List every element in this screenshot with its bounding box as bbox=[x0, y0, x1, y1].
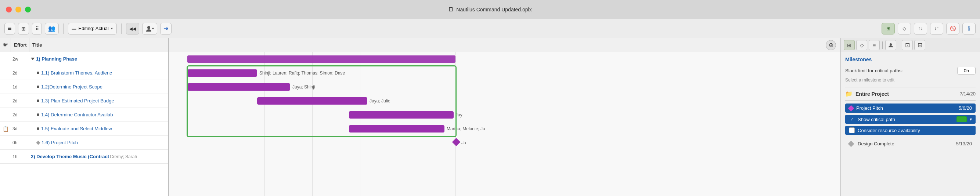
row-cursor-6: 📋 bbox=[0, 122, 11, 136]
gantt-bar-budget[interactable] bbox=[257, 97, 368, 104]
stop-btn[interactable]: 🚫 bbox=[946, 23, 959, 35]
toolbar-sep-2 bbox=[121, 24, 122, 34]
table-row[interactable]: 0h 1.6) Project Pitch bbox=[0, 136, 168, 150]
close-button[interactable] bbox=[6, 6, 12, 13]
table-row[interactable]: 2d 1.3) Plan Estimated Project Budge bbox=[0, 94, 168, 108]
minimize-button[interactable] bbox=[16, 6, 21, 13]
entire-project-row[interactable]: 📁 Entire Project 7/14/20 bbox=[845, 90, 975, 97]
gantt-bar-row-2: Shinji; Lauren; Rafiq; Thomas; Simon; Da… bbox=[169, 66, 840, 80]
right-panel-toolbar: ⊞ ◇ ≡ ⊡ ⊟ bbox=[841, 38, 980, 52]
svg-point-0 bbox=[147, 26, 150, 29]
show-critical-path-label: Show critical path bbox=[858, 117, 953, 122]
slack-limit-row: Slack limit for critical paths: 0h bbox=[845, 67, 975, 74]
maximize-button[interactable] bbox=[25, 6, 31, 13]
design-complete-row[interactable]: Design Complete 5/13/20 bbox=[845, 139, 975, 148]
milestone-diamond-project-pitch[interactable] bbox=[452, 138, 461, 147]
bar-label-brainstorm: Shinji; Lauren; Rafiq; Thomas; Simon; Da… bbox=[259, 71, 345, 76]
milestone-bullet bbox=[36, 141, 40, 145]
rp-table2-btn[interactable]: ⊟ bbox=[914, 40, 925, 50]
table-row[interactable]: 1d 1.2)Determine Project Scope bbox=[0, 80, 168, 94]
row-cursor-4 bbox=[0, 94, 11, 107]
traffic-lights bbox=[6, 6, 31, 13]
show-critical-path-row[interactable]: ✓ Show critical path ▾ bbox=[845, 115, 975, 124]
people-button[interactable]: 👥 bbox=[45, 23, 59, 35]
table-row[interactable]: 1h 2) Develop Theme Music (Contract Crem… bbox=[0, 150, 168, 164]
main-area: ☛ Effort Title 2w 1) Planning Phase 2d bbox=[0, 38, 980, 196]
gantt-bar-row-3: Jaya; Shinji bbox=[169, 80, 840, 94]
arrow-left-button[interactable]: ◂◂ bbox=[126, 23, 139, 35]
gantt-chart-body: Shinji; Lauren; Rafiq; Thomas; Simon; Da… bbox=[169, 52, 840, 196]
table-row[interactable]: 📋 3d 1.5) Evaluate and Select Middlew bbox=[0, 122, 168, 136]
gantt-bar-brainstorm[interactable] bbox=[187, 70, 257, 77]
right-panel: ⊞ ◇ ≡ ⊡ ⊟ Milestones Slack limit for cri… bbox=[840, 38, 980, 196]
rp-grid-btn[interactable]: ⊡ bbox=[902, 40, 913, 50]
row-cursor-2 bbox=[0, 66, 11, 80]
consider-resource-checkbox[interactable] bbox=[849, 127, 855, 133]
row-cursor-1 bbox=[0, 52, 11, 66]
row-cursor-7 bbox=[0, 136, 11, 149]
zoom-in-button[interactable]: ⊕ bbox=[826, 40, 836, 50]
critical-path-color-swatch[interactable] bbox=[956, 116, 967, 122]
task-bullet bbox=[37, 71, 39, 74]
toolbar-sep-1 bbox=[63, 24, 64, 34]
rp-lines-btn[interactable]: ≡ bbox=[869, 40, 880, 50]
row-effort-5: 2d bbox=[11, 108, 29, 122]
slack-limit-value[interactable]: 0h bbox=[957, 67, 975, 74]
title-column-header: Title bbox=[29, 38, 168, 52]
table-row[interactable]: 2d 1.1) Brainstorm Themes, Audienc bbox=[0, 66, 168, 80]
bar-label-middleware: Marina; Melanie; Ja bbox=[447, 126, 485, 131]
up-down-btn[interactable]: ↑↓ bbox=[914, 23, 927, 35]
effort-column-header: Effort bbox=[11, 38, 29, 52]
gantt-bar-planning-phase[interactable] bbox=[187, 55, 455, 63]
person-button[interactable]: ▾ bbox=[142, 23, 157, 35]
row-title-8: 2) Develop Theme Music (Contract Cremy; … bbox=[29, 150, 168, 163]
svg-point-1 bbox=[889, 43, 892, 46]
dots-button[interactable]: ⠿ bbox=[32, 23, 42, 35]
row-title-2: 1.1) Brainstorm Themes, Audienc bbox=[29, 66, 168, 80]
gantt-rows: 2w 1) Planning Phase 2d 1.1) Brainstorm … bbox=[0, 52, 168, 196]
show-critical-path-checkbox[interactable]: ✓ bbox=[849, 116, 855, 122]
milestone-project-pitch-row[interactable]: Project Pitch 5/6/20 bbox=[845, 103, 975, 113]
assign-button[interactable]: ⇥ bbox=[160, 23, 172, 35]
info-btn[interactable]: ℹ bbox=[963, 23, 975, 35]
table-row[interactable]: 2w 1) Planning Phase bbox=[0, 52, 168, 66]
rp-sep-1 bbox=[882, 41, 883, 49]
row-effort-2: 2d bbox=[11, 66, 29, 80]
swatch-arrow[interactable]: ▾ bbox=[970, 117, 972, 122]
collapse-triangle[interactable] bbox=[31, 58, 35, 60]
design-complete-label: Design Complete bbox=[858, 141, 953, 147]
gantt-bar-scope[interactable] bbox=[187, 83, 290, 91]
editing-mode-selector[interactable]: ▬ Editing: Actual ▾ bbox=[68, 23, 117, 35]
view-mode-button[interactable]: ⊞ bbox=[18, 23, 29, 35]
rp-person-btn[interactable] bbox=[885, 40, 896, 50]
rp-sep-2 bbox=[899, 41, 899, 49]
bar-label-scope: Jaya; Shinji bbox=[293, 84, 315, 90]
gantt-bar-row-4: Jaya; Julie bbox=[169, 94, 840, 108]
down-up-btn[interactable]: ↓↑ bbox=[930, 23, 943, 35]
row-cursor-5 bbox=[0, 108, 11, 122]
cursor-column-header: ☛ bbox=[0, 38, 11, 52]
right-panel-title: Milestones bbox=[845, 57, 975, 62]
gantt-bar-contractor[interactable] bbox=[349, 111, 453, 119]
network-btn[interactable]: ◇ bbox=[898, 23, 911, 35]
bar-label-contractor: Jay bbox=[455, 112, 463, 117]
row-title-3: 1.2)Determine Project Scope bbox=[29, 80, 168, 93]
task-bullet bbox=[37, 85, 39, 88]
gantt-table-header: ☛ Effort Title bbox=[0, 38, 168, 52]
row-effort-8: 1h bbox=[11, 150, 29, 163]
milestone-diamond-icon bbox=[848, 105, 854, 111]
rp-table-btn[interactable]: ⊞ bbox=[844, 40, 855, 50]
row-cursor-8 bbox=[0, 150, 11, 163]
row-effort-1: 2w bbox=[11, 52, 29, 66]
sidebar-toggle-button[interactable]: ≡ bbox=[5, 23, 15, 35]
gantt-bar-row-7: Ja bbox=[169, 136, 840, 150]
consider-resource-row[interactable]: Consider resource availability bbox=[845, 126, 975, 135]
table-view-btn[interactable]: ⊞ bbox=[881, 23, 895, 35]
editing-label: Editing: Actual bbox=[79, 26, 109, 31]
table-row[interactable]: 2d 1.4) Determine Contractor Availab bbox=[0, 108, 168, 122]
rp-divider-2 bbox=[845, 100, 975, 101]
rp-diamond-btn[interactable]: ◇ bbox=[856, 40, 867, 50]
task-bullet bbox=[37, 127, 39, 130]
gantt-bar-middleware[interactable] bbox=[349, 125, 444, 133]
design-complete-diamond bbox=[848, 141, 854, 147]
